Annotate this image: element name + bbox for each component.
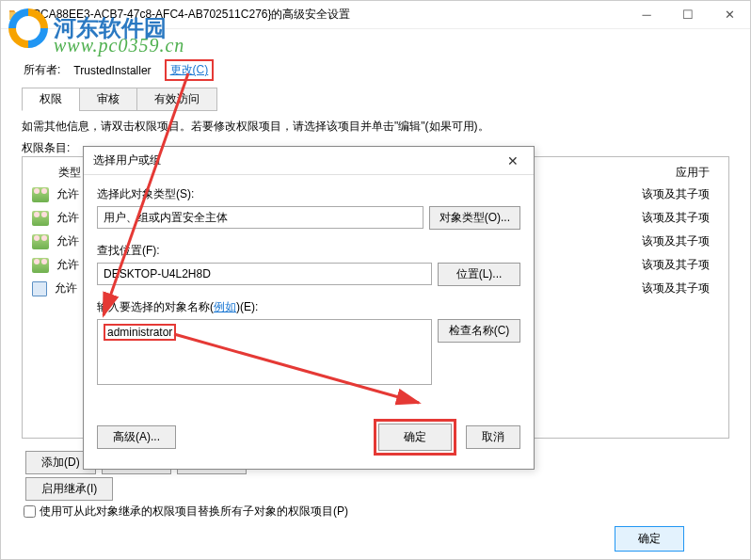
file-icon xyxy=(32,281,47,296)
tabs: 权限 审核 有效访问 xyxy=(22,88,216,111)
object-type-button[interactable]: 对象类型(O)... xyxy=(429,206,520,230)
change-owner-link[interactable]: 更改(C) xyxy=(165,59,215,81)
tab-audit[interactable]: 审核 xyxy=(79,88,137,111)
minimize-button[interactable]: ─ xyxy=(626,1,667,29)
dialog-cancel-button[interactable]: 取消 xyxy=(466,425,520,449)
main-ok-button[interactable]: 确定 xyxy=(615,526,684,552)
entries-label: 权限条目: xyxy=(22,140,70,156)
col-applyto: 应用于 xyxy=(676,165,710,181)
dialog-footer: 高级(A)... 确定 取消 xyxy=(84,409,534,469)
tab-effective[interactable]: 有效访问 xyxy=(136,88,217,111)
dialog-body: 选择此对象类型(S): 对象类型(O)... 查找位置(F): 位置(L)...… xyxy=(84,175,534,409)
replace-inherit-checkbox[interactable] xyxy=(24,505,36,518)
advanced-button[interactable]: 高级(A)... xyxy=(97,425,176,449)
dialog-close-button[interactable]: ✕ xyxy=(502,153,524,168)
object-name-label: 输入要选择的对象名称(例如)(E): xyxy=(97,299,520,315)
owner-label: 所有者: xyxy=(24,62,60,78)
dialog-ok-button[interactable]: 确定 xyxy=(378,424,452,451)
users-icon xyxy=(32,258,49,273)
location-field[interactable] xyxy=(97,263,432,285)
maximize-button[interactable]: ☐ xyxy=(667,1,709,29)
owner-row: 所有者: TrustedInstaller 更改(C) xyxy=(24,59,214,81)
enable-inherit-button[interactable]: 启用继承(I) xyxy=(25,477,113,501)
button-row-2: 启用继承(I) xyxy=(25,477,113,501)
location-button[interactable]: 位置(L)... xyxy=(438,263,520,286)
object-type-field[interactable] xyxy=(97,206,423,229)
object-name-field[interactable]: administrator xyxy=(97,319,432,385)
close-button[interactable]: ✕ xyxy=(709,1,750,29)
object-type-label: 选择此对象类型(S): xyxy=(97,186,520,202)
users-icon xyxy=(32,234,49,249)
ok-highlight: 确定 xyxy=(374,419,456,456)
select-user-dialog: 选择用户或组 ✕ 选择此对象类型(S): 对象类型(O)... 查找位置(F):… xyxy=(83,146,535,470)
replace-inherit-label: 使用可从此对象继承的权限项目替换所有子对象的权限项目(P) xyxy=(40,504,348,520)
window-controls: ─ ☐ ✕ xyxy=(626,1,750,29)
example-link[interactable]: 例如 xyxy=(214,300,236,313)
tab-permissions[interactable]: 权限 xyxy=(22,88,80,111)
check-names-button[interactable]: 检查名称(C) xyxy=(438,319,520,343)
logo-icon xyxy=(8,8,48,48)
site-logo: 河东软件园 xyxy=(8,8,167,48)
logo-text: 河东软件园 xyxy=(54,13,167,43)
dialog-titlebar: 选择用户或组 ✕ xyxy=(84,147,534,175)
dialog-title: 选择用户或组 xyxy=(93,152,161,168)
users-icon xyxy=(32,187,49,202)
location-label: 查找位置(F): xyxy=(97,243,520,259)
users-icon xyxy=(32,211,49,226)
hint-text: 如需其他信息，请双击权限项目。若要修改权限项目，请选择该项目并单击"编辑"(如果… xyxy=(22,119,489,135)
replace-inherit-row: 使用可从此对象继承的权限项目替换所有子对象的权限项目(P) xyxy=(24,504,348,520)
owner-name: TrustedInstaller xyxy=(73,64,151,77)
